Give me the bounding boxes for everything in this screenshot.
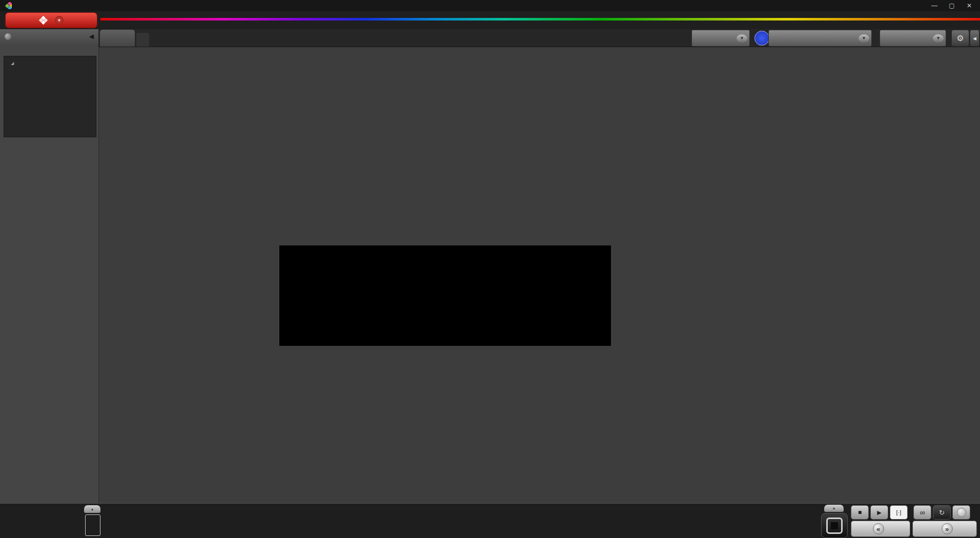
back-button[interactable]: « <box>851 521 910 537</box>
next-button[interactable]: » <box>912 521 977 537</box>
chevron-down-icon[interactable]: ▼ <box>737 34 747 43</box>
refresh-button[interactable]: ↻ <box>933 505 951 520</box>
spectrum-strip <box>100 18 980 20</box>
tab-history-1[interactable] <box>100 30 135 47</box>
sidebar-collapse-icon[interactable]: ◀ <box>89 33 94 40</box>
sidebar: ◀ ◢ <box>0 29 99 503</box>
calman-dropdown-icon: ▼ <box>55 16 64 25</box>
display-dropdown[interactable]: ▼ <box>880 30 946 47</box>
close-icon[interactable]: ✕ <box>961 0 978 11</box>
tab-bar: ▼ ▼ ▼ ⚙ ◀ <box>98 29 980 47</box>
deltae-2000-chart[interactable] <box>279 337 612 490</box>
next-arrows-icon: » <box>942 523 953 534</box>
back-arrows-icon: « <box>873 523 884 534</box>
pattern-bar: ▲ ▲ ■ ▶ [·] ∞ ↻ « » <box>0 503 980 538</box>
rgb-balance-chart[interactable] <box>108 117 272 379</box>
delta-c-chart[interactable] <box>403 70 496 258</box>
workflow-title <box>0 45 98 49</box>
delta-l-chart[interactable] <box>302 70 395 258</box>
actual-row-label <box>280 250 288 285</box>
meter-dropdown[interactable]: ▼ <box>691 30 750 47</box>
sidebar-header: ◀ <box>0 29 98 45</box>
maximize-icon[interactable]: ▢ <box>943 0 961 11</box>
chevron-down-icon[interactable]: ▼ <box>933 34 944 43</box>
logo-bar: ▼ <box>0 11 980 29</box>
source-status-stripe <box>770 31 772 45</box>
add-tab-button[interactable] <box>136 33 149 47</box>
stop-button[interactable]: ■ <box>851 505 869 520</box>
status-circle-icon <box>957 508 966 517</box>
meter-status-stripe <box>693 31 695 45</box>
current-pattern-swatch[interactable] <box>85 514 100 536</box>
source-dropdown[interactable]: ▼ <box>768 30 872 47</box>
titlebar: — ▢ ✕ <box>0 0 980 11</box>
minimize-icon[interactable]: — <box>926 0 943 11</box>
continuous-measure-button[interactable]: ∞ <box>913 505 931 520</box>
workflow-tree: ◢ <box>4 56 96 137</box>
pattern-window-arrow-icon[interactable]: ▲ <box>824 505 844 512</box>
calman-menu-button[interactable]: ▼ <box>5 12 97 28</box>
play-button[interactable]: ▶ <box>870 505 888 520</box>
status-dot-icon[interactable] <box>5 33 11 40</box>
single-measure-button[interactable]: [·] <box>890 505 908 520</box>
settings-gear-icon[interactable]: ⚙ <box>951 30 969 47</box>
pattern-window-button[interactable] <box>821 513 848 538</box>
app-icon <box>5 2 12 9</box>
meter-badge <box>754 31 769 46</box>
target-row-label <box>280 296 288 332</box>
toolbar-collapse-icon[interactable]: ◀ <box>970 30 979 47</box>
display-status-stripe <box>881 31 883 45</box>
status-light-button[interactable] <box>952 505 970 520</box>
calman-window: — ▢ ✕ ▼ ◀ ◢ <box>0 0 980 538</box>
cie-1931-chart[interactable] <box>618 69 980 368</box>
calman-diamond-icon <box>39 16 48 25</box>
chevron-down-icon[interactable]: ▼ <box>859 34 869 43</box>
pattern-popup-arrow-icon[interactable]: ▲ <box>84 505 100 513</box>
delta-h-chart[interactable] <box>503 70 595 258</box>
pattern-window-icon <box>826 518 843 534</box>
saturation-swatch-panel[interactable] <box>279 245 611 346</box>
tree-root[interactable]: ◢ <box>4 59 96 67</box>
tree-expander-icon[interactable]: ◢ <box>11 61 14 66</box>
